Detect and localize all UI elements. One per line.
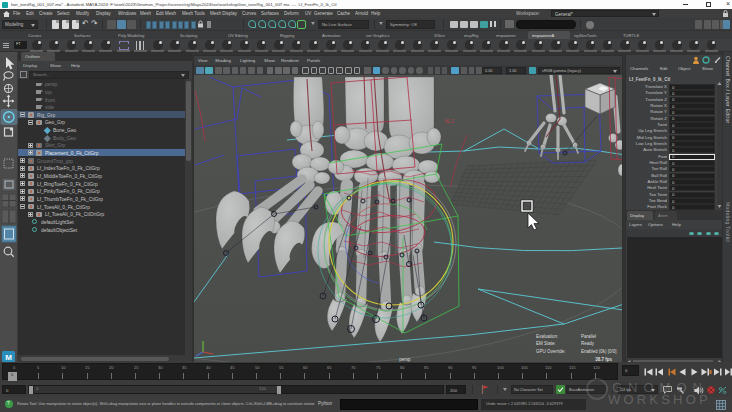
svg-text:GPU Override:: GPU Override: <box>536 349 566 354</box>
svg-text:Evaluation:: Evaluation: <box>536 334 558 339</box>
svg-text:Ready: Ready <box>581 341 595 346</box>
svg-text:Parallel: Parallel <box>581 334 596 339</box>
svg-text:EM State:: EM State: <box>536 341 556 346</box>
svg-text:81.2: 81.2 <box>445 119 454 124</box>
svg-text:M: M <box>5 353 12 362</box>
svg-text:Enabled (0k) [0/0]: Enabled (0k) [0/0] <box>581 349 617 354</box>
